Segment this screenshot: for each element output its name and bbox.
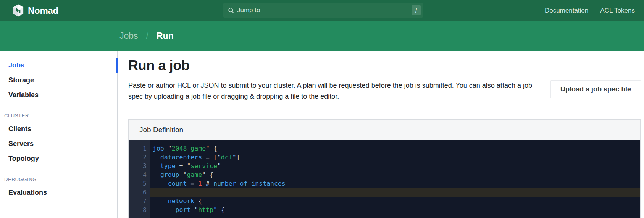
- line-number: 8: [129, 205, 150, 214]
- breadcrumb-run: Run: [157, 31, 174, 41]
- token-kw: type: [160, 162, 176, 170]
- code-line-3[interactable]: type = "service": [150, 162, 640, 170]
- job-definition-header: Job Definition: [129, 120, 640, 140]
- documentation-link[interactable]: Documentation: [545, 7, 588, 14]
- token-str: game: [187, 171, 202, 178]
- token-qt: ": [194, 206, 198, 213]
- main-content: Run a job Paste or author HCL or JSON to…: [118, 51, 644, 218]
- token-kw: network: [168, 197, 195, 205]
- line-number: 7: [129, 197, 150, 205]
- token-pl: [153, 180, 168, 187]
- token-pl: #: [202, 180, 213, 187]
- token-cmt: number of instances: [213, 180, 286, 187]
- token-pl: [164, 145, 168, 152]
- sidebar-item-storage[interactable]: Storage: [0, 73, 117, 88]
- line-number: 3: [129, 162, 150, 170]
- token-kw: port: [176, 206, 191, 213]
- code-line-2[interactable]: datacenters = ["dc1"]: [150, 153, 640, 162]
- sidebar-item-variables[interactable]: Variables: [0, 88, 117, 103]
- token-pl: [153, 197, 168, 205]
- token-pl: =: [187, 180, 198, 187]
- token-qt: ": [202, 171, 206, 178]
- token-qt: ": [232, 154, 236, 161]
- token-pl: {: [217, 206, 225, 213]
- line-number: 2: [129, 153, 150, 162]
- sidebar-divider: [3, 108, 112, 108]
- sidebar-item-topology[interactable]: Topology: [0, 151, 117, 166]
- token-kw: group: [160, 171, 179, 178]
- code-line-4[interactable]: group "game" {: [150, 170, 640, 179]
- brand[interactable]: Nomad: [13, 4, 58, 17]
- search-icon: [228, 7, 234, 14]
- token-pl: [153, 162, 160, 170]
- navbar-links: Documentation ACL Tokens: [545, 7, 635, 14]
- token-pl: {: [206, 171, 213, 178]
- token-qt: ": [217, 162, 221, 170]
- brand-name: Nomad: [28, 5, 58, 16]
- code-editor[interactable]: 12345678 job "2048-game" { datacenters =…: [129, 140, 640, 218]
- code-line-5[interactable]: count = 1 # number of instances: [150, 179, 640, 188]
- token-kw: datacenters: [160, 154, 202, 161]
- code-line-6[interactable]: [150, 188, 640, 197]
- token-pl: {: [194, 197, 202, 205]
- page-body: JobsStorageVariablesCLUSTERClientsServer…: [0, 51, 644, 218]
- jump-to-search[interactable]: Jump to /: [223, 3, 423, 18]
- sidebar-item-jobs[interactable]: Jobs: [0, 58, 117, 73]
- sidebar-section-header-cluster: CLUSTER: [0, 113, 117, 119]
- sidebar-item-servers[interactable]: Servers: [0, 136, 117, 151]
- breadcrumb-jobs[interactable]: Jobs: [119, 31, 138, 41]
- editor-gutter: 12345678: [129, 140, 150, 218]
- token-qt: ": [206, 145, 210, 152]
- token-qt: ": [213, 206, 217, 213]
- breadcrumb: Jobs / Run: [0, 21, 644, 51]
- slash-shortcut-badge: /: [412, 5, 421, 15]
- nomad-app: Nomad Jump to / Documentation ACL Tokens…: [0, 0, 644, 218]
- token-str: service: [190, 162, 217, 170]
- sidebar-divider: [3, 172, 112, 172]
- page-title: Run a job: [128, 58, 641, 74]
- token-pl: [190, 206, 194, 213]
- breadcrumb-separator: /: [146, 31, 148, 41]
- line-number: 5: [129, 179, 150, 188]
- job-definition-panel: Job Definition 12345678 job "2048-game" …: [128, 119, 641, 218]
- token-pl: = [: [202, 154, 217, 161]
- token-qt: ": [187, 162, 190, 170]
- token-pl: [153, 154, 160, 161]
- token-pl: [179, 171, 183, 178]
- code-line-8[interactable]: port "http" {: [150, 205, 640, 214]
- token-qt: ": [183, 171, 187, 178]
- line-number: 6: [129, 188, 150, 197]
- sidebar-section-header-debugging: DEBUGGING: [0, 176, 117, 182]
- links-divider: [594, 7, 594, 14]
- token-str: http: [198, 206, 213, 213]
- editor-code[interactable]: job "2048-game" { datacenters = ["dc1"] …: [150, 140, 640, 218]
- acl-tokens-link[interactable]: ACL Tokens: [600, 7, 635, 14]
- token-num: 1: [198, 180, 202, 187]
- search-placeholder: Jump to: [237, 6, 260, 14]
- token-pl: {: [210, 145, 217, 152]
- sidebar-item-evaluations[interactable]: Evaluations: [0, 185, 117, 200]
- token-pl: ]: [236, 154, 240, 161]
- sidebar-item-clients[interactable]: Clients: [0, 122, 117, 136]
- token-pl: [153, 171, 160, 178]
- token-pl: [153, 206, 176, 213]
- code-line-7[interactable]: network {: [150, 197, 640, 205]
- token-pl: =: [176, 162, 187, 170]
- token-qt: ": [217, 154, 221, 161]
- token-str: 2048-game: [172, 145, 206, 152]
- token-kw: job: [153, 145, 164, 152]
- upload-job-spec-button[interactable]: Upload a job spec file: [550, 80, 641, 98]
- line-number: 4: [129, 170, 150, 179]
- code-line-1[interactable]: job "2048-game" {: [150, 144, 640, 153]
- description-line-2: spec by uploading a job file or dragging…: [128, 93, 339, 100]
- sidebar: JobsStorageVariablesCLUSTERClientsServer…: [0, 51, 118, 218]
- token-kw: count: [168, 180, 187, 187]
- token-qt: ": [168, 145, 172, 152]
- token-str: dc1: [221, 154, 232, 161]
- top-navbar: Nomad Jump to / Documentation ACL Tokens: [0, 0, 644, 21]
- description-line-1: Paste or author HCL or JSON to submit to…: [128, 82, 532, 89]
- line-number: 1: [129, 144, 150, 153]
- nomad-logo-icon: [13, 4, 24, 17]
